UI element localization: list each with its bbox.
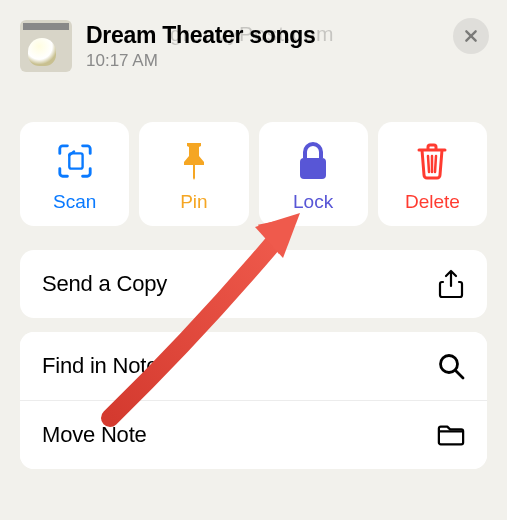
find-in-note-label: Find in Note — [42, 353, 158, 379]
send-copy-label: Send a Copy — [42, 271, 167, 297]
scan-icon — [56, 137, 94, 185]
send-copy-item[interactable]: Send a Copy — [20, 250, 487, 318]
lock-label: Lock — [293, 191, 333, 213]
action-grid: Scan Pin Lock Delete — [0, 102, 507, 240]
menu-list: Send a Copy Find in Note Move Note — [0, 240, 507, 469]
note-time: 10:17 AM — [86, 51, 487, 71]
delete-button[interactable]: Delete — [378, 122, 487, 226]
svg-line-5 — [435, 156, 436, 172]
close-icon — [463, 28, 479, 44]
pin-label: Pin — [180, 191, 207, 213]
menu-group: Find in Note Move Note — [20, 332, 487, 469]
move-note-item[interactable]: Move Note — [20, 400, 487, 469]
lock-icon — [297, 137, 329, 185]
find-in-note-item[interactable]: Find in Note — [20, 332, 487, 400]
pin-button[interactable]: Pin — [139, 122, 248, 226]
close-button[interactable] — [453, 18, 489, 54]
folder-icon — [437, 421, 465, 449]
delete-label: Delete — [405, 191, 460, 213]
move-note-label: Move Note — [42, 422, 147, 448]
note-thumbnail — [20, 20, 72, 72]
svg-line-7 — [455, 370, 463, 378]
sheet-header: Dream Theater songs 10:17 AM groovyPost.… — [0, 0, 507, 82]
svg-rect-2 — [300, 158, 326, 179]
trash-icon — [416, 137, 448, 185]
search-icon — [437, 352, 465, 380]
lock-button[interactable]: Lock — [259, 122, 368, 226]
pin-icon — [177, 137, 211, 185]
watermark-text: groovyPost.com — [170, 22, 335, 46]
svg-line-3 — [428, 156, 429, 172]
share-icon — [437, 270, 465, 298]
scan-button[interactable]: Scan — [20, 122, 129, 226]
scan-label: Scan — [53, 191, 96, 213]
